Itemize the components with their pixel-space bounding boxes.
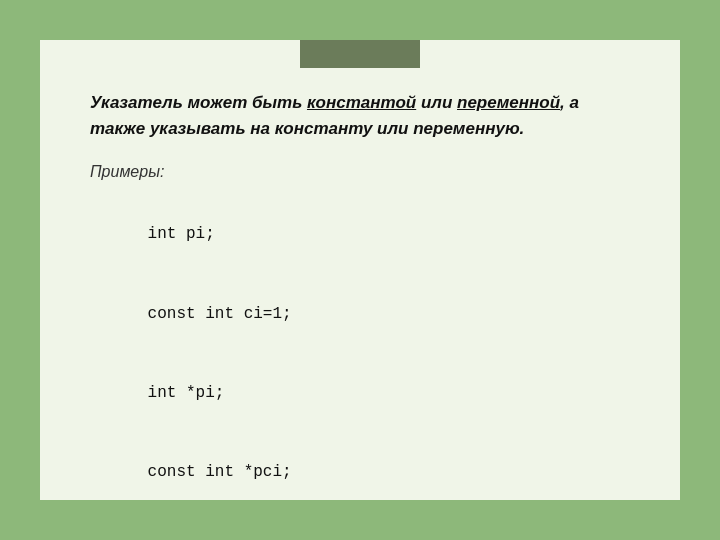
code-line-3: int *pi; (148, 384, 225, 402)
examples-label: Примеры: (90, 163, 630, 181)
code-line-2: const int ci=1; (148, 305, 292, 323)
main-text: Указатель может быть константой или пере… (90, 90, 630, 141)
link-constant[interactable]: константой (307, 93, 416, 112)
link-variable[interactable]: переменной (457, 93, 560, 112)
slide-container: Указатель может быть константой или пере… (0, 0, 720, 540)
code-line-1: int pi; (148, 225, 215, 243)
top-bar-decoration (300, 40, 420, 68)
code-line-4: const int *pci; (148, 463, 292, 481)
text-part1: Указатель может быть (90, 93, 307, 112)
slide-content: Указатель может быть константой или пере… (40, 40, 680, 500)
code-block: int pi; const int ci=1; int *pi; const i… (90, 195, 630, 540)
text-part2: или (416, 93, 457, 112)
